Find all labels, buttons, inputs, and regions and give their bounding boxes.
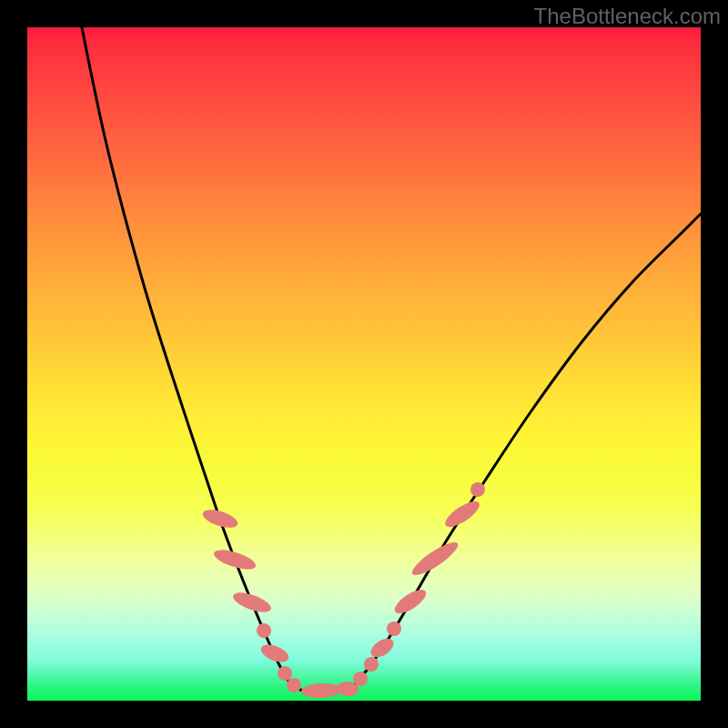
marker-pill: [258, 642, 291, 666]
marker-dot: [387, 622, 401, 636]
marker-pill: [409, 538, 462, 581]
marker-pill: [231, 589, 274, 616]
marker-dot: [278, 666, 292, 681]
marker-dot: [257, 623, 271, 638]
marker-layer: [201, 482, 485, 699]
marker-pill: [301, 682, 342, 699]
marker-dot: [470, 482, 485, 497]
marker-pill: [212, 546, 258, 573]
marker-pill: [391, 585, 430, 618]
marker-dot: [353, 672, 368, 686]
marker-pill: [201, 506, 240, 531]
curve-layer: [27, 27, 701, 701]
plot-area: [27, 27, 701, 701]
marker-dot: [287, 678, 301, 693]
chart-frame: TheBottleneck.com: [0, 0, 728, 728]
marker-dot: [364, 657, 379, 672]
watermark-text: TheBottleneck.com: [534, 4, 721, 29]
bottleneck-curve: [82, 27, 701, 692]
marker-pill: [441, 497, 482, 531]
